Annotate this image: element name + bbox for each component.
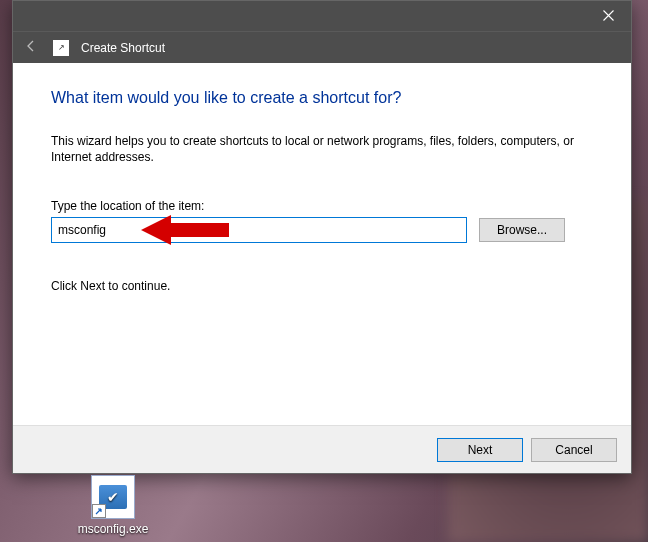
desktop-background: ↗ Create Shortcut What item would you li… [0,0,648,542]
location-input[interactable] [51,217,467,243]
back-arrow-icon [24,39,38,57]
close-icon [603,7,614,25]
cancel-button[interactable]: Cancel [531,438,617,462]
continue-hint: Click Next to continue. [51,279,593,293]
wizard-description: This wizard helps you to create shortcut… [51,133,593,165]
location-label: Type the location of the item: [51,199,593,213]
close-button[interactable] [585,1,631,31]
wizard-header: ↗ Create Shortcut [13,31,631,63]
desktop-icon-label: msconfig.exe [74,522,152,536]
dialog-title: Create Shortcut [81,41,165,55]
dialog-content: What item would you like to create a sho… [13,63,631,293]
create-shortcut-dialog: ↗ Create Shortcut What item would you li… [12,0,632,474]
browse-button[interactable]: Browse... [479,218,565,242]
wizard-heading: What item would you like to create a sho… [51,89,593,107]
shortcut-overlay-icon [92,504,106,518]
shortcut-wizard-icon: ↗ [53,40,69,56]
desktop-shortcut-icon[interactable]: ✔ msconfig.exe [74,475,152,536]
next-button[interactable]: Next [437,438,523,462]
back-button[interactable] [21,38,41,58]
msconfig-icon: ✔ [91,475,135,519]
dialog-footer: Next Cancel [13,425,631,473]
titlebar [13,1,631,31]
